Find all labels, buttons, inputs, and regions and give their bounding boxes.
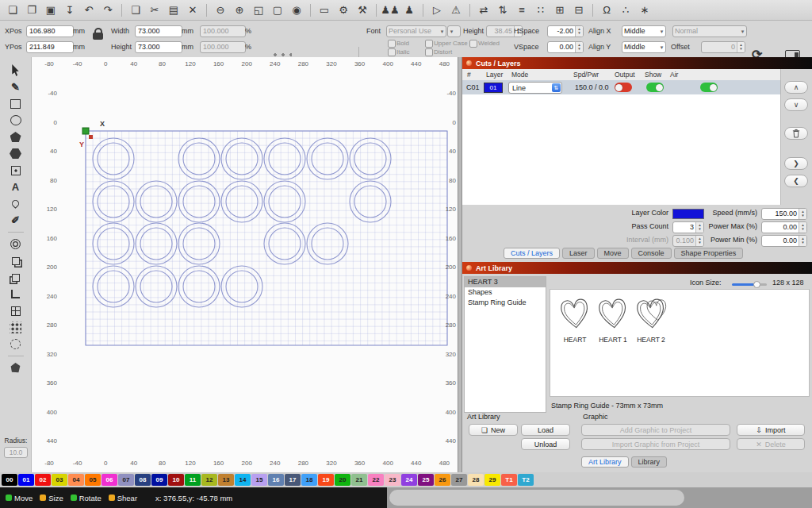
copy-shapes-tool[interactable] xyxy=(6,253,26,268)
duplicate-tool[interactable] xyxy=(6,270,26,285)
air-toggle[interactable] xyxy=(700,83,718,92)
add-graphic-button[interactable]: Add Graphic to Project xyxy=(581,424,730,436)
palette-color-18[interactable]: 18 xyxy=(301,474,317,486)
width-percent-input[interactable]: 100.000 xyxy=(200,25,246,37)
grid-array-tool[interactable] xyxy=(6,320,26,335)
palette-color-06[interactable]: 06 xyxy=(102,474,117,486)
polygon-tool[interactable] xyxy=(6,129,26,144)
snap-options-button[interactable]: ∴ xyxy=(617,2,634,18)
art-thumbnail[interactable]: HEART 2 xyxy=(633,296,669,344)
user-button[interactable]: ♟ xyxy=(400,2,418,18)
zoom-out-button[interactable]: ⊖ xyxy=(212,2,229,18)
palette-color-13[interactable]: 13 xyxy=(218,474,234,486)
tab-laser[interactable]: Laser xyxy=(562,248,595,259)
redo-button[interactable]: ↷ xyxy=(99,2,117,18)
tab-library[interactable]: Library xyxy=(631,456,668,468)
scrollbar-thumb[interactable] xyxy=(389,490,684,506)
ellipse-tool[interactable] xyxy=(6,113,26,128)
palette-color-t1[interactable]: T1 xyxy=(501,474,517,486)
import-button[interactable]: ⇩ Import xyxy=(737,424,805,436)
palette-color-03[interactable]: 03 xyxy=(52,474,67,486)
text-style-select[interactable]: Normal▾ xyxy=(672,25,747,37)
horizontal-scrollbar[interactable] xyxy=(387,487,812,508)
tab-cuts-layers[interactable]: Cuts / Layers xyxy=(504,248,560,259)
tab-art-library[interactable]: Art Library xyxy=(581,456,629,468)
group-tool[interactable] xyxy=(6,287,26,302)
circular-array-tool[interactable] xyxy=(6,337,26,352)
xpos-input[interactable]: 106.980 xyxy=(26,25,74,37)
show-toggle[interactable] xyxy=(646,83,664,92)
palette-color-00[interactable]: 00 xyxy=(2,474,17,486)
tab-move[interactable]: Move xyxy=(597,248,629,259)
camera-button[interactable]: ◉ xyxy=(288,2,305,18)
layer-color-value[interactable] xyxy=(672,209,704,219)
palette-color-15[interactable]: 15 xyxy=(251,474,267,486)
import-graphic-from-project-button[interactable]: Import Graphic from Project xyxy=(581,438,730,450)
draw-lines-tool[interactable]: ✎ xyxy=(6,79,26,94)
star-tool[interactable] xyxy=(6,146,26,161)
palette-color-25[interactable]: 25 xyxy=(418,474,434,486)
aspect-lock-icon[interactable] xyxy=(93,33,103,40)
uppercase-checkbox[interactable] xyxy=(425,40,433,48)
palette-color-14[interactable]: 14 xyxy=(235,474,251,486)
palette-color-20[interactable]: 20 xyxy=(335,474,350,486)
selection-rect-button[interactable]: ▢ xyxy=(269,2,286,18)
workspace-canvas[interactable]: XY -80-80-40-400040408080120120160160200… xyxy=(32,57,458,472)
speed-input[interactable]: 150.00▲▼ xyxy=(761,208,807,220)
bold-checkbox[interactable] xyxy=(388,40,396,48)
height-percent-input[interactable]: 100.000 xyxy=(200,41,246,53)
icon-size-slider[interactable] xyxy=(732,281,767,288)
monitor-button[interactable]: ▭ xyxy=(316,2,333,18)
new-file-button[interactable]: ❏ xyxy=(4,2,21,18)
palette-color-04[interactable]: 04 xyxy=(68,474,84,486)
power-min-input[interactable]: 0.00▲▼ xyxy=(761,235,807,247)
folder-item-shapes[interactable]: Shapes xyxy=(465,287,546,298)
welded-checkbox[interactable] xyxy=(469,40,477,48)
font-select[interactable]: Personal Use ▾ xyxy=(386,25,446,37)
distort-checkbox[interactable] xyxy=(425,48,433,56)
align-y-select[interactable]: Middle▾ xyxy=(622,41,666,53)
vspace-input[interactable]: 0.00▲▼ xyxy=(547,41,584,53)
font-style-select[interactable]: ▾ xyxy=(447,25,461,37)
art-thumbnail[interactable]: HEART xyxy=(557,296,593,344)
palette-color-29[interactable]: 29 xyxy=(485,474,500,486)
radius-input[interactable]: 10.0 xyxy=(4,447,28,458)
settings-gears-button[interactable]: ⚙ xyxy=(335,2,352,18)
palette-color-09[interactable]: 09 xyxy=(151,474,167,486)
zoom-in-button[interactable]: ⊕ xyxy=(231,2,248,18)
paste-button[interactable]: ▤ xyxy=(165,2,182,18)
edit-nodes-tool[interactable] xyxy=(6,163,26,178)
layer-up-button[interactable]: ∧ xyxy=(784,81,808,94)
palette-color-t2[interactable]: T2 xyxy=(518,474,534,486)
italic-checkbox[interactable] xyxy=(388,48,396,56)
snap-grid-button[interactable]: ∗ xyxy=(636,2,653,18)
palette-color-12[interactable]: 12 xyxy=(201,474,217,486)
palette-color-08[interactable]: 08 xyxy=(135,474,151,486)
art-thumbnail[interactable]: HEART 1 xyxy=(595,296,631,344)
align-button[interactable]: ≡ xyxy=(513,2,530,18)
tab-console[interactable]: Console xyxy=(631,248,672,259)
palette-color-22[interactable]: 22 xyxy=(368,474,384,486)
offset-input[interactable]: 0▲▼ xyxy=(701,41,745,53)
palette-color-11[interactable]: 11 xyxy=(185,474,201,486)
array-tool[interactable] xyxy=(6,303,26,318)
load-library-button[interactable]: Load xyxy=(521,424,570,436)
mirror-vertical-button[interactable]: ⇅ xyxy=(494,2,511,18)
palette-color-17[interactable]: 17 xyxy=(285,474,301,486)
palette-color-21[interactable]: 21 xyxy=(351,474,367,486)
palette-color-16[interactable]: 16 xyxy=(268,474,284,486)
nest-button[interactable]: ⊟ xyxy=(570,2,588,18)
power-max-input[interactable]: 0.00▲▼ xyxy=(761,221,807,233)
folder-item-heart-3[interactable]: HEART 3 xyxy=(465,277,546,287)
weld-tool[interactable] xyxy=(6,360,26,375)
palette-color-23[interactable]: 23 xyxy=(385,474,400,486)
palette-color-07[interactable]: 07 xyxy=(118,474,134,486)
art-library-titlebar[interactable]: Art Library xyxy=(462,262,812,274)
select-tool[interactable] xyxy=(6,63,26,78)
interval-input[interactable]: 0.100▲▼ xyxy=(672,235,704,247)
new-library-button[interactable]: ❏ New xyxy=(469,424,518,436)
frame-selection-button[interactable]: ◱ xyxy=(250,2,267,18)
palette-color-27[interactable]: 27 xyxy=(451,474,467,486)
delete-button[interactable]: ✕ Delete xyxy=(737,438,805,450)
layer-row[interactable]: C01 01 Line⇅ 150.0 / 0.0 xyxy=(462,80,780,94)
